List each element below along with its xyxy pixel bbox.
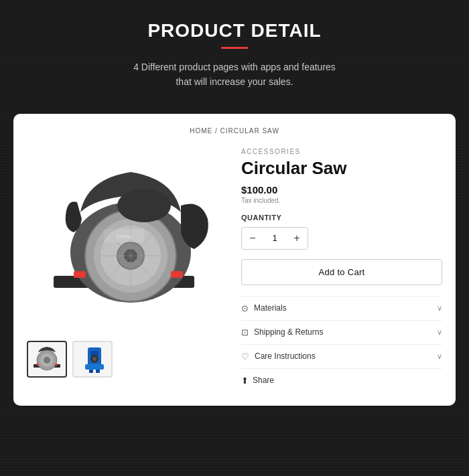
breadcrumb-separator: / — [215, 127, 218, 135]
product-category: ACCESSORIES — [241, 148, 442, 155]
quantity-value: 1 — [263, 233, 286, 243]
product-layout: CITHe — [27, 145, 442, 392]
share-icon: ⬆ — [241, 376, 249, 386]
breadcrumb: HOME / CIRCULAR SAW — [27, 127, 442, 135]
svg-rect-13 — [171, 271, 183, 278]
main-product-image: CITHe — [27, 145, 228, 333]
svg-rect-25 — [89, 370, 93, 373]
shipping-icon: ⊡ — [241, 327, 249, 337]
materials-label: Materials — [254, 303, 287, 313]
accordion-section: ⊙ Materials ∨ ⊡ Shipping & Returns ∨ ♡ C — [241, 296, 442, 369]
thumbnail-1[interactable] — [27, 341, 67, 378]
svg-point-19 — [44, 357, 50, 364]
product-price: $100.00 — [241, 184, 442, 195]
svg-rect-26 — [96, 370, 100, 373]
accordion-item-care[interactable]: ♡ Care Instructions ∨ — [241, 345, 442, 369]
svg-text:CITHe: CITHe — [116, 234, 132, 240]
product-info-section: ACCESSORIES Circular Saw $100.00 Tax inc… — [241, 145, 442, 392]
page-title: PRODUCT DETAIL — [133, 20, 336, 42]
add-to-cart-button[interactable]: Add to Cart — [241, 259, 442, 285]
circular-saw-illustration: CITHe — [34, 152, 221, 326]
care-icon: ♡ — [241, 351, 249, 362]
shipping-chevron-icon: ∨ — [437, 328, 442, 337]
title-underline — [221, 47, 248, 49]
svg-point-11 — [117, 189, 171, 222]
share-label: Share — [253, 376, 274, 385]
svg-rect-24 — [85, 364, 104, 370]
page-header: PRODUCT DETAIL 4 Different product pages… — [133, 20, 336, 90]
svg-rect-20 — [36, 364, 39, 366]
quantity-control: − 1 + — [241, 227, 308, 250]
breadcrumb-current: CIRCULAR SAW — [220, 127, 279, 135]
shipping-label: Shipping & Returns — [254, 327, 323, 337]
svg-rect-12 — [74, 271, 86, 278]
care-chevron-icon: ∨ — [437, 352, 442, 361]
product-image-section: CITHe — [27, 145, 228, 392]
quantity-label: Quantity — [241, 214, 442, 222]
breadcrumb-home[interactable]: HOME — [190, 127, 212, 135]
materials-chevron-icon: ∨ — [437, 304, 442, 313]
share-section[interactable]: ⬆ Share — [241, 369, 442, 392]
thumbnail-gallery — [27, 341, 228, 378]
tax-label: Tax included. — [241, 197, 442, 204]
care-label: Care Instructions — [255, 351, 316, 361]
quantity-increase-button[interactable]: + — [286, 228, 308, 249]
quantity-decrease-button[interactable]: − — [242, 228, 263, 249]
accordion-item-materials[interactable]: ⊙ Materials ∨ — [241, 297, 442, 321]
product-card: HOME / CIRCULAR SAW — [13, 114, 456, 406]
accordion-item-shipping[interactable]: ⊡ Shipping & Returns ∨ — [241, 321, 442, 345]
materials-icon: ⊙ — [241, 303, 249, 313]
svg-point-28 — [92, 357, 96, 361]
page-subtitle: 4 Different product pages with apps and … — [133, 60, 336, 90]
product-name: Circular Saw — [241, 158, 442, 179]
svg-rect-21 — [55, 364, 58, 366]
thumbnail-2[interactable] — [72, 341, 113, 378]
